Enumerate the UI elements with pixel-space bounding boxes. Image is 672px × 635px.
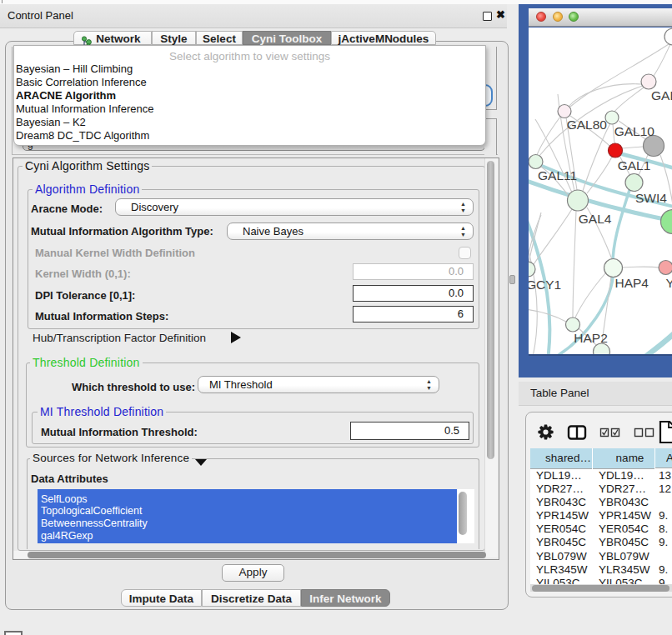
svg-text:SWI4: SWI4	[635, 191, 667, 205]
svg-text:GAL10: GAL10	[614, 124, 655, 138]
svg-text:HAP2: HAP2	[574, 331, 608, 345]
svg-text:GCY1: GCY1	[529, 278, 561, 292]
svg-text:GAL80: GAL80	[567, 118, 608, 132]
svg-text:GAL1: GAL1	[618, 158, 651, 172]
svg-text:Y: Y	[665, 276, 672, 290]
svg-text:GAL: GAL	[651, 88, 672, 102]
svg-text:GAL4: GAL4	[579, 212, 612, 226]
svg-text:GAL11: GAL11	[538, 168, 577, 182]
svg-text:HAP4: HAP4	[615, 276, 649, 290]
